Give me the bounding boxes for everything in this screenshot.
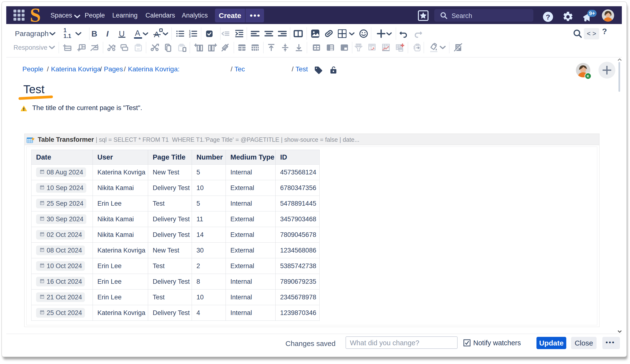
svg-text:3: 3 — [189, 35, 191, 38]
svg-text:K: K — [587, 74, 589, 78]
